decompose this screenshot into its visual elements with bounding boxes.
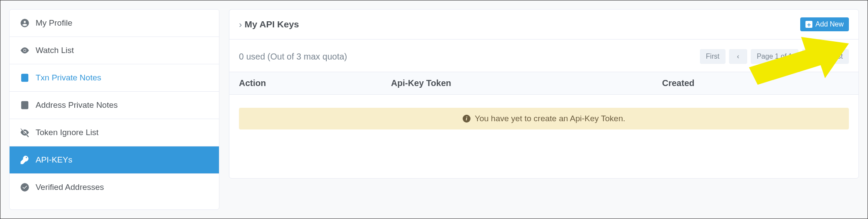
info-icon: i xyxy=(463,115,470,123)
page-title-wrap: › My API Keys xyxy=(239,19,299,30)
table-header: Action Api-Key Token Created xyxy=(229,72,858,95)
key-icon xyxy=(20,155,30,165)
sidebar-item-label: API-KEYs xyxy=(36,155,72,165)
sidebar-item-token-ignore-list[interactable]: Token Ignore List xyxy=(10,119,219,146)
sidebar-item-label: Watch List xyxy=(36,46,74,55)
column-header-created: Created xyxy=(662,78,849,88)
sidebar: My Profile Watch List Txn Private Notes … xyxy=(9,9,219,210)
plus-icon: + xyxy=(805,21,812,28)
alert-text: You have yet to create an Api-Key Token. xyxy=(475,114,625,123)
sidebar-item-address-private-notes[interactable]: Address Private Notes xyxy=(10,92,219,119)
add-new-button[interactable]: + Add New xyxy=(800,17,849,31)
sidebar-item-api-keys[interactable]: API-KEYs xyxy=(10,146,219,174)
note-icon xyxy=(20,73,30,83)
pager-page-label: Page 1 of 1 xyxy=(751,49,798,64)
pager-next-button[interactable]: › xyxy=(802,49,820,64)
pager: First ‹ Page 1 of 1 › Last xyxy=(700,49,849,64)
chevron-right-icon: › xyxy=(239,19,242,30)
sidebar-item-label: Verified Addresses xyxy=(36,182,104,192)
sidebar-item-txn-private-notes[interactable]: Txn Private Notes xyxy=(10,64,219,92)
page-title: My API Keys xyxy=(245,19,299,30)
user-circle-icon xyxy=(20,18,30,28)
pager-first-button[interactable]: First xyxy=(700,49,726,64)
check-circle-icon xyxy=(20,182,30,192)
sidebar-item-label: Txn Private Notes xyxy=(36,73,101,83)
sidebar-item-verified-addresses[interactable]: Verified Addresses xyxy=(10,174,219,201)
column-header-action: Action xyxy=(239,78,391,88)
sidebar-item-label: My Profile xyxy=(36,18,72,28)
add-new-label: Add New xyxy=(815,20,844,28)
quota-text: 0 used (Out of 3 max quota) xyxy=(239,52,347,62)
main-header: › My API Keys + Add New xyxy=(229,10,858,40)
table-body: i You have yet to create an Api-Key Toke… xyxy=(229,95,858,143)
column-header-token: Api-Key Token xyxy=(391,78,662,88)
quota-row: 0 used (Out of 3 max quota) First ‹ Page… xyxy=(229,40,858,72)
sidebar-item-my-profile[interactable]: My Profile xyxy=(10,10,219,37)
empty-state-alert: i You have yet to create an Api-Key Toke… xyxy=(239,108,849,129)
pager-prev-button[interactable]: ‹ xyxy=(729,49,747,64)
eye-icon xyxy=(20,46,30,55)
eye-off-icon xyxy=(20,128,30,137)
note-icon xyxy=(20,100,30,110)
sidebar-item-label: Address Private Notes xyxy=(36,100,118,110)
main-panel: › My API Keys + Add New 0 used (Out of 3… xyxy=(229,9,859,179)
sidebar-item-label: Token Ignore List xyxy=(36,128,99,137)
pager-last-button[interactable]: Last xyxy=(824,49,849,64)
sidebar-item-watch-list[interactable]: Watch List xyxy=(10,37,219,64)
